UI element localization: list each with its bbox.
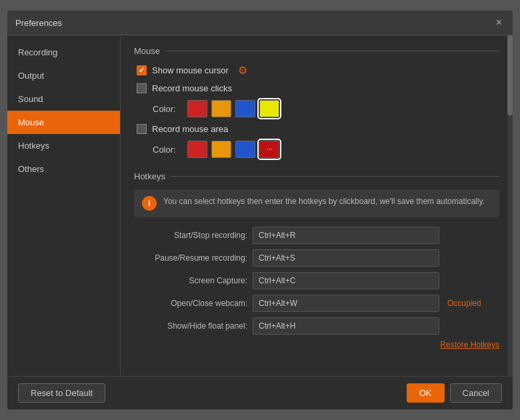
main-panel: Mouse Show mouse cursor ⚙ Record (121, 35, 513, 373)
hotkey-row-pause-resume: Pause/Resume recording: (134, 249, 499, 267)
gear-icon[interactable]: ⚙ (238, 64, 247, 77)
color-label-1: Color: (153, 104, 179, 114)
hotkey-row-start-stop: Start/Stop recording: (134, 227, 499, 244)
mouse-section-title: Mouse (134, 46, 499, 56)
sidebar-item-recording[interactable]: Recording (7, 41, 120, 64)
area-color-row: Color: ··· (134, 141, 499, 158)
info-icon: i (142, 196, 157, 211)
area-color-blue[interactable] (235, 141, 255, 158)
ok-button[interactable]: OK (407, 383, 445, 403)
show-cursor-checkbox[interactable] (137, 65, 147, 75)
hotkey-input-3[interactable] (253, 295, 439, 312)
click-color-yellow[interactable] (259, 100, 279, 117)
hotkey-input-1[interactable] (253, 249, 439, 267)
hotkey-row-float-panel: Show/Hide float panel: (134, 317, 499, 335)
dialog-title: Preferences (15, 18, 62, 28)
hotkey-label-2: Screen Capture: (134, 276, 247, 285)
show-cursor-wrap: Show mouse cursor ⚙ (137, 64, 247, 77)
cancel-button[interactable]: Cancel (450, 383, 502, 403)
close-button[interactable]: × (493, 16, 505, 29)
scrollbar-thumb[interactable] (507, 35, 513, 115)
record-clicks-checkbox[interactable] (137, 83, 147, 93)
hotkeys-info-text: You can select hotkeys then enter the ho… (163, 196, 485, 207)
hotkey-input-2[interactable] (253, 272, 439, 289)
scrollbar-track (507, 35, 513, 376)
click-color-orange[interactable] (211, 100, 231, 117)
sidebar-item-hotkeys[interactable]: Hotkeys (7, 134, 120, 157)
footer-actions: OK Cancel (407, 383, 502, 403)
hotkey-label-4: Show/Hide float panel: (134, 321, 247, 331)
reset-to-default-button[interactable]: Reset to Default (18, 383, 105, 403)
title-bar: Preferences × (7, 11, 513, 35)
show-cursor-label: Show mouse cursor (152, 65, 229, 75)
sidebar: Recording Output Sound Mouse Hotkeys Oth… (7, 35, 121, 376)
click-color-row: Color: (134, 100, 499, 117)
hotkey-input-4[interactable] (253, 317, 439, 335)
sidebar-item-mouse[interactable]: Mouse (7, 111, 120, 134)
click-color-blue[interactable] (235, 100, 255, 117)
color-label-2: Color: (153, 145, 179, 155)
area-color-red[interactable] (187, 141, 207, 158)
record-area-label: Record mouse area (152, 124, 228, 134)
record-area-checkbox[interactable] (137, 124, 147, 134)
area-color-orange[interactable] (211, 141, 231, 158)
preferences-dialog: Preferences × Recording Output Sound Mou… (7, 10, 513, 410)
hotkey-label-1: Pause/Resume recording: (134, 253, 247, 263)
restore-hotkeys-link[interactable]: Restore Hotkeys (134, 340, 499, 349)
record-clicks-label: Record mouse clicks (152, 83, 232, 93)
hotkeys-section: Hotkeys i You can select hotkeys then en… (134, 171, 499, 349)
occupied-label: Occupied (447, 299, 481, 308)
record-area-wrap: Record mouse area (137, 124, 228, 134)
footer: Reset to Default OK Cancel (7, 376, 513, 409)
hotkey-row-screen-capture: Screen Capture: (134, 272, 499, 289)
hotkey-label-0: Start/Stop recording: (134, 231, 247, 240)
show-cursor-row: Show mouse cursor ⚙ (134, 64, 499, 77)
mouse-section: Mouse Show mouse cursor ⚙ Record (134, 46, 499, 158)
record-clicks-row: Record mouse clicks (134, 83, 499, 93)
main-wrapper: Mouse Show mouse cursor ⚙ Record (121, 35, 513, 376)
area-color-darkred[interactable]: ··· (259, 141, 279, 158)
hotkey-input-0[interactable] (253, 227, 439, 244)
hotkey-label-3: Open/Close webcam: (134, 299, 247, 308)
click-color-red[interactable] (187, 100, 207, 117)
sidebar-item-sound[interactable]: Sound (7, 87, 120, 111)
hotkeys-section-title: Hotkeys (134, 171, 499, 181)
hotkey-row-webcam: Open/Close webcam: Occupied (134, 295, 499, 312)
dialog-content: Recording Output Sound Mouse Hotkeys Oth… (7, 35, 513, 376)
sidebar-item-output[interactable]: Output (7, 64, 120, 87)
hotkeys-info-box: i You can select hotkeys then enter the … (134, 189, 499, 217)
record-clicks-wrap: Record mouse clicks (137, 83, 232, 93)
record-area-row: Record mouse area (134, 124, 499, 134)
sidebar-item-others[interactable]: Others (7, 157, 120, 181)
